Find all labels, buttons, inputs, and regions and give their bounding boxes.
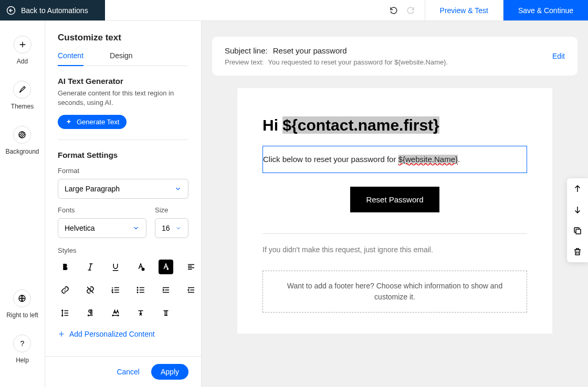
clear-format-button[interactable]: [133, 306, 148, 320]
email-heading[interactable]: Hi ${contact.name.first}: [262, 116, 527, 134]
line-height-icon: [60, 308, 70, 318]
hatch-icon: [18, 131, 26, 139]
text-color-icon: [136, 262, 145, 272]
plus-icon: [18, 40, 27, 49]
align-button[interactable]: [184, 260, 198, 274]
letter-spacing-icon: [111, 308, 120, 318]
link-icon: [60, 285, 70, 295]
delete-button[interactable]: [567, 241, 588, 262]
svg-point-4: [137, 287, 138, 288]
underline-button[interactable]: [108, 260, 123, 274]
size-label: Size: [155, 206, 188, 214]
plus-icon: [58, 330, 65, 338]
text-direction-button[interactable]: [83, 306, 98, 320]
subject-card: Subject line: Reset your password Previe…: [212, 37, 578, 76]
format-select[interactable]: Large Paragraph: [58, 179, 188, 199]
text-color-button[interactable]: [133, 260, 148, 274]
letter-spacing-button[interactable]: [108, 306, 123, 320]
unlink-button[interactable]: [83, 283, 98, 297]
heading-icon: [161, 308, 171, 318]
svg-point-6: [137, 292, 138, 293]
indent-button[interactable]: [159, 283, 173, 297]
edit-subject-button[interactable]: Edit: [552, 52, 565, 60]
undo-icon: [389, 6, 398, 15]
unordered-list-icon: [136, 285, 145, 295]
align-left-icon: [186, 262, 196, 272]
canvas: Subject line: Reset your password Previe…: [202, 21, 588, 387]
arrow-left-icon: [6, 6, 16, 15]
arrow-down-icon: [573, 205, 582, 214]
copy-icon: [573, 226, 582, 235]
ordered-list-icon: [111, 285, 120, 295]
italic-icon: [86, 262, 95, 272]
ordered-list-button[interactable]: [108, 283, 123, 297]
back-to-automations-button[interactable]: Back to Automations: [0, 0, 105, 20]
add-personalized-content-button[interactable]: Add Personalized Content: [58, 330, 188, 338]
selected-text-block[interactable]: Click below to reset your password for $…: [262, 146, 527, 173]
customize-panel: Customize text Content Design AI Text Ge…: [45, 21, 202, 387]
highlight-icon: [161, 262, 171, 272]
rail-rtl[interactable]: Right to left: [6, 289, 38, 319]
ai-desc: Generate content for this text region in…: [58, 89, 188, 108]
fonts-select[interactable]: Helvetica: [58, 218, 146, 238]
duplicate-button[interactable]: [567, 220, 588, 241]
format-heading: Format Settings: [58, 150, 188, 159]
tab-design[interactable]: Design: [110, 51, 133, 66]
contact-first-name-variable: ${contact.name.first}: [282, 116, 439, 134]
outdent-button[interactable]: [184, 283, 198, 297]
rail-help-label: Help: [16, 357, 29, 364]
subject-value: Reset your password: [273, 46, 347, 55]
sparkle-icon: [65, 119, 72, 126]
block-tools: [567, 178, 588, 262]
rail-themes[interactable]: Themes: [11, 81, 34, 110]
left-rail: Add Themes Background Right to left ? He…: [0, 21, 45, 387]
rail-add[interactable]: Add: [14, 36, 32, 65]
footer-placeholder[interactable]: Want to add a footer here? Choose which …: [262, 271, 527, 313]
chevron-down-icon: [175, 225, 182, 231]
apply-button[interactable]: Apply: [151, 364, 188, 380]
subject-label: Subject line:: [225, 46, 268, 55]
size-select[interactable]: 16: [155, 218, 188, 238]
arrow-up-icon: [573, 184, 582, 194]
redo-button[interactable]: [406, 6, 415, 15]
cancel-button[interactable]: Cancel: [117, 368, 140, 376]
rail-add-label: Add: [17, 58, 28, 65]
undo-button[interactable]: [389, 6, 398, 15]
preview-text-value: You requested to reset your password for…: [268, 58, 448, 66]
rail-themes-label: Themes: [11, 103, 34, 110]
back-label: Back to Automations: [21, 6, 88, 15]
panel-title: Customize text: [45, 21, 201, 51]
rail-background-label: Background: [5, 148, 39, 155]
underline-icon: [111, 262, 120, 272]
link-button[interactable]: [58, 283, 72, 297]
heading-style-button[interactable]: [159, 306, 173, 320]
svg-rect-7: [576, 229, 581, 234]
website-name-variable: ${website.Name}: [398, 155, 458, 164]
indent-icon: [161, 285, 171, 295]
preview-and-test-button[interactable]: Preview & Test: [425, 0, 503, 20]
line-height-button[interactable]: [58, 306, 72, 320]
highlight-button[interactable]: [159, 260, 173, 274]
reset-password-button[interactable]: Reset Password: [350, 187, 439, 212]
email-body[interactable]: Hi ${contact.name.first} Click below to …: [237, 88, 552, 334]
rail-background[interactable]: Background: [5, 126, 39, 155]
ignore-text[interactable]: If you didn't make this request, just ig…: [262, 245, 527, 254]
generate-text-button[interactable]: Generate Text: [58, 115, 127, 129]
brush-icon: [18, 85, 26, 94]
save-and-continue-button[interactable]: Save & Continue: [503, 0, 588, 20]
italic-button[interactable]: [83, 260, 98, 274]
bold-icon: [60, 262, 70, 272]
move-up-button[interactable]: [567, 178, 588, 199]
tab-content[interactable]: Content: [58, 51, 83, 66]
email-divider: [262, 233, 527, 234]
text-direction-icon: [86, 308, 95, 318]
styles-label: Styles: [58, 246, 188, 254]
rail-help[interactable]: ? Help: [13, 335, 31, 364]
move-down-button[interactable]: [567, 199, 588, 220]
trash-icon: [573, 247, 582, 256]
question-icon: ?: [20, 339, 25, 348]
unordered-list-button[interactable]: [133, 283, 148, 297]
preview-text-label: Preview text:: [225, 58, 264, 66]
bold-button[interactable]: [58, 260, 72, 274]
svg-point-3: [142, 268, 144, 271]
